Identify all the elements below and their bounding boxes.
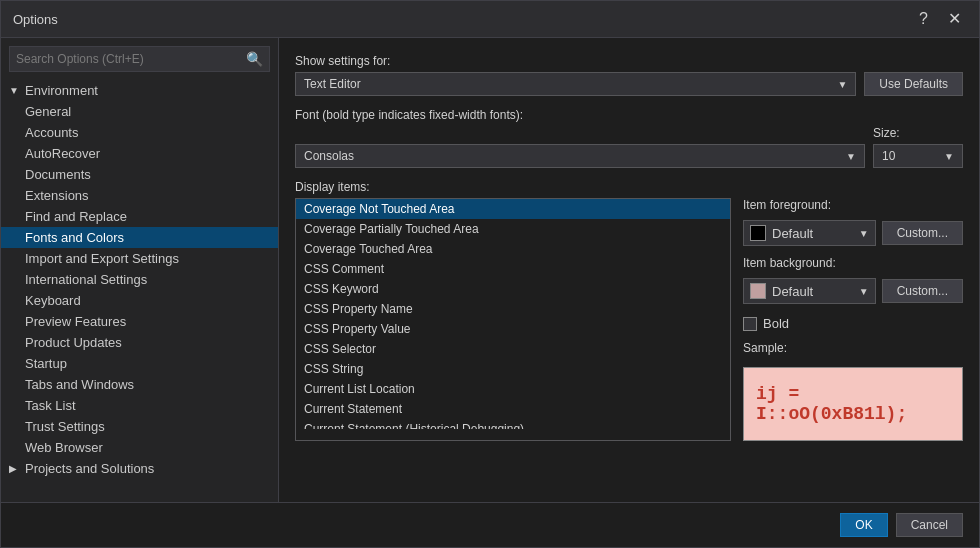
list-item[interactable]: CSS String <box>296 359 730 379</box>
sidebar-item-label: Tabs and Windows <box>25 377 134 392</box>
fg-swatch <box>750 225 766 241</box>
sidebar-item-startup[interactable]: Startup <box>1 353 278 374</box>
sidebar-item-task-list[interactable]: Task List <box>1 395 278 416</box>
font-dropdown[interactable]: Consolas ▼ <box>295 144 865 168</box>
sidebar-item-product-updates[interactable]: Product Updates <box>1 332 278 353</box>
sidebar-item-label: International Settings <box>25 272 147 287</box>
tree-arrow-icon: ▼ <box>9 85 21 96</box>
list-item[interactable]: CSS Comment <box>296 259 730 279</box>
fg-custom-button[interactable]: Custom... <box>882 221 963 245</box>
sample-box: ij = I::oO(0xB81l); <box>743 367 963 441</box>
sidebar-item-label: Trust Settings <box>25 419 105 434</box>
sidebar-item-label: Web Browser <box>25 440 103 455</box>
use-defaults-button[interactable]: Use Defaults <box>864 72 963 96</box>
list-item[interactable]: Coverage Partially Touched Area <box>296 219 730 239</box>
sample-label: Sample: <box>743 341 963 355</box>
sidebar-item-general[interactable]: General <box>1 101 278 122</box>
bg-custom-button[interactable]: Custom... <box>882 279 963 303</box>
right-panel: Show settings for: Text Editor ▼ Use Def… <box>279 38 979 502</box>
left-panel: 🔍 ▼EnvironmentGeneralAccountsAutoRecover… <box>1 38 279 502</box>
sidebar-item-documents[interactable]: Documents <box>1 164 278 185</box>
tree-container[interactable]: ▼EnvironmentGeneralAccountsAutoRecoverDo… <box>1 80 278 502</box>
size-value: 10 <box>882 149 895 163</box>
fg-dropdown[interactable]: Default ▼ <box>743 220 876 246</box>
display-list[interactable]: Coverage Not Touched AreaCoverage Partia… <box>296 199 730 429</box>
search-box: 🔍 <box>9 46 270 72</box>
list-item[interactable]: Current Statement (Historical Debugging) <box>296 419 730 429</box>
list-item[interactable]: Current Statement <box>296 399 730 419</box>
bg-value: Default <box>772 284 813 299</box>
list-item[interactable]: CSS Property Value <box>296 319 730 339</box>
sidebar-item-label: Environment <box>25 83 98 98</box>
size-dropdown[interactable]: 10 ▼ <box>873 144 963 168</box>
dialog-footer: OK Cancel <box>1 502 979 547</box>
sidebar-item-find-replace[interactable]: Find and Replace <box>1 206 278 227</box>
display-items-area: Coverage Not Touched AreaCoverage Partia… <box>295 198 963 441</box>
fg-color-row: Default ▼ Custom... <box>743 220 963 246</box>
list-item[interactable]: Coverage Touched Area <box>296 239 730 259</box>
display-list-container: Coverage Not Touched AreaCoverage Partia… <box>295 198 731 441</box>
sidebar-item-keyboard[interactable]: Keyboard <box>1 290 278 311</box>
bold-row: Bold <box>743 316 963 331</box>
size-section: Size: 10 ▼ <box>873 126 963 168</box>
sidebar-item-label: Documents <box>25 167 91 182</box>
help-button[interactable]: ? <box>913 9 934 29</box>
settings-dropdown-row: Text Editor ▼ Use Defaults <box>295 72 963 96</box>
close-button[interactable]: ✕ <box>942 9 967 29</box>
list-item[interactable]: Coverage Not Touched Area <box>296 199 730 219</box>
sample-text: ij = I::oO(0xB81l); <box>756 384 950 424</box>
bg-arrow-icon: ▼ <box>859 286 869 297</box>
right-controls: Item foreground: Default ▼ Custom... <box>743 198 963 441</box>
bg-color-row: Default ▼ Custom... <box>743 278 963 304</box>
list-item[interactable]: CSS Keyword <box>296 279 730 299</box>
sidebar-item-label: Task List <box>25 398 76 413</box>
sidebar-item-autorecover[interactable]: AutoRecover <box>1 143 278 164</box>
list-item[interactable]: Current List Location <box>296 379 730 399</box>
sidebar-item-international[interactable]: International Settings <box>1 269 278 290</box>
sidebar-item-accounts[interactable]: Accounts <box>1 122 278 143</box>
fg-arrow-icon: ▼ <box>859 228 869 239</box>
size-arrow-icon: ▼ <box>944 151 954 162</box>
cancel-button[interactable]: Cancel <box>896 513 963 537</box>
sidebar-item-label: Product Updates <box>25 335 122 350</box>
sidebar-item-label: Import and Export Settings <box>25 251 179 266</box>
sidebar-item-trust-settings[interactable]: Trust Settings <box>1 416 278 437</box>
sidebar-item-environment[interactable]: ▼Environment <box>1 80 278 101</box>
search-icon-button[interactable]: 🔍 <box>240 47 269 71</box>
sidebar-item-tabs-windows[interactable]: Tabs and Windows <box>1 374 278 395</box>
ok-button[interactable]: OK <box>840 513 887 537</box>
font-size-row: Consolas ▼ Size: 10 ▼ <box>295 126 963 168</box>
sidebar-item-label: Preview Features <box>25 314 126 329</box>
sidebar-item-label: AutoRecover <box>25 146 100 161</box>
bg-swatch <box>750 283 766 299</box>
search-input[interactable] <box>10 48 240 70</box>
show-settings-label: Show settings for: <box>295 54 963 68</box>
fg-value: Default <box>772 226 813 241</box>
sidebar-item-label: Find and Replace <box>25 209 127 224</box>
sidebar-item-label: Projects and Solutions <box>25 461 154 476</box>
list-item[interactable]: CSS Selector <box>296 339 730 359</box>
options-dialog: Options ? ✕ 🔍 ▼EnvironmentGeneralAccount… <box>0 0 980 548</box>
bold-label: Bold <box>763 316 789 331</box>
sidebar-item-fonts-colors[interactable]: Fonts and Colors <box>1 227 278 248</box>
settings-dropdown-arrow-icon: ▼ <box>837 79 847 90</box>
sidebar-item-label: Startup <box>25 356 67 371</box>
list-item[interactable]: CSS Property Name <box>296 299 730 319</box>
title-bar-controls: ? ✕ <box>913 9 967 29</box>
sidebar-item-import-export[interactable]: Import and Export Settings <box>1 248 278 269</box>
settings-dropdown[interactable]: Text Editor ▼ <box>295 72 856 96</box>
title-bar: Options ? ✕ <box>1 1 979 38</box>
sidebar-item-label: General <box>25 104 71 119</box>
bg-label: Item background: <box>743 256 963 270</box>
sidebar-item-extensions[interactable]: Extensions <box>1 185 278 206</box>
font-section: Font (bold type indicates fixed-width fo… <box>295 108 963 168</box>
sample-section: Sample: ij = I::oO(0xB81l); <box>743 341 963 441</box>
sidebar-item-preview-features[interactable]: Preview Features <box>1 311 278 332</box>
bold-checkbox[interactable] <box>743 317 757 331</box>
sidebar-item-projects-solutions[interactable]: ▶Projects and Solutions <box>1 458 278 479</box>
sidebar-item-label: Fonts and Colors <box>25 230 124 245</box>
font-label: Font (bold type indicates fixed-width fo… <box>295 108 963 122</box>
display-items-label: Display items: <box>295 180 963 194</box>
bg-dropdown[interactable]: Default ▼ <box>743 278 876 304</box>
sidebar-item-web-browser[interactable]: Web Browser <box>1 437 278 458</box>
